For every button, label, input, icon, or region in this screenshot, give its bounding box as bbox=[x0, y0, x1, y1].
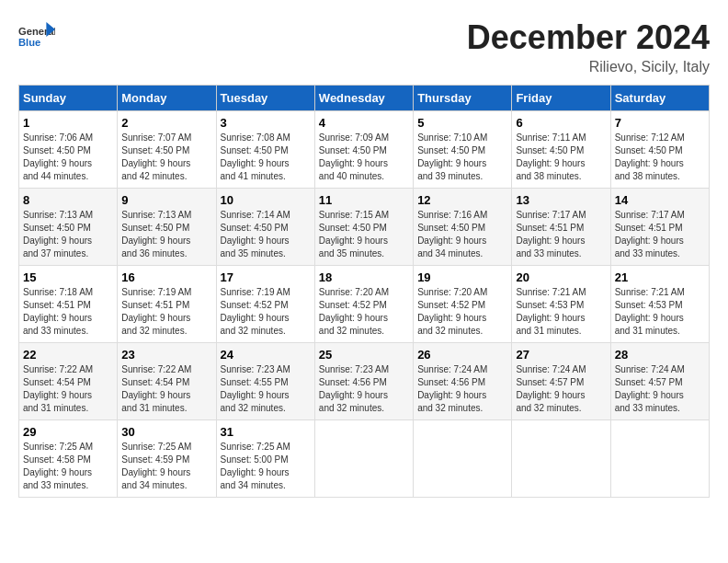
day-info: Sunrise: 7:19 AMSunset: 4:51 PMDaylight:… bbox=[121, 287, 191, 336]
day-info: Sunrise: 7:21 AMSunset: 4:53 PMDaylight:… bbox=[516, 287, 586, 336]
day-info: Sunrise: 7:08 AMSunset: 4:50 PMDaylight:… bbox=[221, 132, 290, 181]
calendar-day-cell: 21 Sunrise: 7:21 AMSunset: 4:53 PMDaylig… bbox=[610, 266, 709, 343]
calendar-day-cell: 10 Sunrise: 7:14 AMSunset: 4:50 PMDaylig… bbox=[216, 189, 314, 266]
calendar-day-cell: 12 Sunrise: 7:16 AMSunset: 4:50 PMDaylig… bbox=[414, 189, 512, 266]
calendar-day-cell: 1 Sunrise: 7:06 AMSunset: 4:50 PMDayligh… bbox=[19, 111, 118, 189]
day-number: 12 bbox=[417, 193, 507, 207]
day-info: Sunrise: 7:07 AMSunset: 4:50 PMDaylight:… bbox=[121, 132, 191, 181]
calendar-day-cell: 27 Sunrise: 7:24 AMSunset: 4:57 PMDaylig… bbox=[512, 343, 610, 420]
day-number: 28 bbox=[615, 348, 705, 362]
day-number: 21 bbox=[615, 270, 705, 284]
day-number: 27 bbox=[516, 348, 606, 362]
day-number: 11 bbox=[319, 193, 409, 207]
page-header: General Blue December 2024 Rilievo, Sici… bbox=[18, 18, 710, 75]
day-info: Sunrise: 7:10 AMSunset: 4:50 PMDaylight:… bbox=[417, 132, 487, 181]
calendar-day-cell: 18 Sunrise: 7:20 AMSunset: 4:52 PMDaylig… bbox=[314, 266, 413, 343]
day-info: Sunrise: 7:25 AMSunset: 5:00 PMDaylight:… bbox=[221, 442, 290, 490]
day-number: 31 bbox=[221, 425, 311, 439]
calendar-day-cell: 11 Sunrise: 7:15 AMSunset: 4:50 PMDaylig… bbox=[314, 189, 413, 266]
day-info: Sunrise: 7:20 AMSunset: 4:52 PMDaylight:… bbox=[319, 287, 389, 336]
calendar-day-cell: 26 Sunrise: 7:24 AMSunset: 4:56 PMDaylig… bbox=[414, 343, 512, 420]
day-info: Sunrise: 7:24 AMSunset: 4:57 PMDaylight:… bbox=[516, 364, 586, 413]
day-number: 18 bbox=[319, 270, 409, 284]
svg-text:Blue: Blue bbox=[18, 37, 40, 48]
calendar-day-cell: 23 Sunrise: 7:22 AMSunset: 4:54 PMDaylig… bbox=[118, 343, 216, 420]
calendar-day-cell: 28 Sunrise: 7:24 AMSunset: 4:57 PMDaylig… bbox=[610, 343, 709, 420]
calendar-day-cell: 17 Sunrise: 7:19 AMSunset: 4:52 PMDaylig… bbox=[216, 266, 314, 343]
calendar-day-cell: 16 Sunrise: 7:19 AMSunset: 4:51 PMDaylig… bbox=[118, 266, 216, 343]
day-info: Sunrise: 7:14 AMSunset: 4:50 PMDaylight:… bbox=[221, 210, 290, 259]
calendar-day-cell bbox=[610, 420, 709, 498]
calendar-week-row: 1 Sunrise: 7:06 AMSunset: 4:50 PMDayligh… bbox=[19, 111, 710, 189]
day-number: 20 bbox=[516, 270, 606, 284]
day-number: 13 bbox=[516, 193, 606, 207]
calendar-day-cell: 5 Sunrise: 7:10 AMSunset: 4:50 PMDayligh… bbox=[414, 111, 512, 189]
day-info: Sunrise: 7:09 AMSunset: 4:50 PMDaylight:… bbox=[319, 132, 389, 181]
day-number: 30 bbox=[121, 425, 211, 439]
calendar-day-cell: 6 Sunrise: 7:11 AMSunset: 4:50 PMDayligh… bbox=[512, 111, 610, 189]
calendar-day-cell: 30 Sunrise: 7:25 AMSunset: 4:59 PMDaylig… bbox=[118, 420, 216, 498]
day-header-row: Sunday Monday Tuesday Wednesday Thursday… bbox=[19, 86, 710, 111]
calendar-day-cell: 2 Sunrise: 7:07 AMSunset: 4:50 PMDayligh… bbox=[118, 111, 216, 189]
calendar-day-cell: 4 Sunrise: 7:09 AMSunset: 4:50 PMDayligh… bbox=[314, 111, 413, 189]
header-sunday: Sunday bbox=[19, 86, 118, 111]
day-info: Sunrise: 7:11 AMSunset: 4:50 PMDaylight:… bbox=[516, 132, 586, 181]
calendar-day-cell: 29 Sunrise: 7:25 AMSunset: 4:58 PMDaylig… bbox=[19, 420, 118, 498]
calendar-day-cell: 7 Sunrise: 7:12 AMSunset: 4:50 PMDayligh… bbox=[610, 111, 709, 189]
calendar-day-cell: 9 Sunrise: 7:13 AMSunset: 4:50 PMDayligh… bbox=[118, 189, 216, 266]
header-monday: Monday bbox=[118, 86, 216, 111]
day-info: Sunrise: 7:12 AMSunset: 4:50 PMDaylight:… bbox=[615, 132, 685, 181]
calendar-day-cell: 19 Sunrise: 7:20 AMSunset: 4:52 PMDaylig… bbox=[414, 266, 512, 343]
day-info: Sunrise: 7:06 AMSunset: 4:50 PMDaylight:… bbox=[23, 132, 93, 181]
header-friday: Friday bbox=[512, 86, 610, 111]
day-info: Sunrise: 7:17 AMSunset: 4:51 PMDaylight:… bbox=[615, 210, 685, 259]
logo: General Blue bbox=[18, 18, 59, 55]
day-info: Sunrise: 7:15 AMSunset: 4:50 PMDaylight:… bbox=[319, 210, 389, 259]
calendar-day-cell: 13 Sunrise: 7:17 AMSunset: 4:51 PMDaylig… bbox=[512, 189, 610, 266]
calendar-day-cell: 24 Sunrise: 7:23 AMSunset: 4:55 PMDaylig… bbox=[216, 343, 314, 420]
day-number: 17 bbox=[221, 270, 311, 284]
day-info: Sunrise: 7:25 AMSunset: 4:58 PMDaylight:… bbox=[23, 442, 93, 490]
day-info: Sunrise: 7:23 AMSunset: 4:56 PMDaylight:… bbox=[319, 364, 389, 413]
day-info: Sunrise: 7:23 AMSunset: 4:55 PMDaylight:… bbox=[221, 364, 290, 413]
day-number: 24 bbox=[221, 348, 311, 362]
day-number: 22 bbox=[23, 348, 113, 362]
day-info: Sunrise: 7:13 AMSunset: 4:50 PMDaylight:… bbox=[23, 210, 93, 259]
calendar-day-cell: 25 Sunrise: 7:23 AMSunset: 4:56 PMDaylig… bbox=[314, 343, 413, 420]
day-info: Sunrise: 7:24 AMSunset: 4:57 PMDaylight:… bbox=[615, 364, 685, 413]
day-number: 25 bbox=[319, 348, 409, 362]
calendar-week-row: 15 Sunrise: 7:18 AMSunset: 4:51 PMDaylig… bbox=[19, 266, 710, 343]
header-thursday: Thursday bbox=[414, 86, 512, 111]
calendar-day-cell: 3 Sunrise: 7:08 AMSunset: 4:50 PMDayligh… bbox=[216, 111, 314, 189]
day-number: 3 bbox=[221, 116, 311, 130]
calendar-week-row: 8 Sunrise: 7:13 AMSunset: 4:50 PMDayligh… bbox=[19, 189, 710, 266]
day-number: 15 bbox=[23, 270, 113, 284]
day-number: 14 bbox=[615, 193, 705, 207]
title-block: December 2024 Rilievo, Sicily, Italy bbox=[467, 18, 710, 75]
calendar-day-cell: 31 Sunrise: 7:25 AMSunset: 5:00 PMDaylig… bbox=[216, 420, 314, 498]
day-number: 2 bbox=[121, 116, 211, 130]
day-info: Sunrise: 7:21 AMSunset: 4:53 PMDaylight:… bbox=[615, 287, 685, 336]
calendar-day-cell bbox=[512, 420, 610, 498]
day-number: 19 bbox=[417, 270, 507, 284]
header-tuesday: Tuesday bbox=[216, 86, 314, 111]
day-info: Sunrise: 7:13 AMSunset: 4:50 PMDaylight:… bbox=[121, 210, 191, 259]
header-wednesday: Wednesday bbox=[314, 86, 413, 111]
day-info: Sunrise: 7:20 AMSunset: 4:52 PMDaylight:… bbox=[417, 287, 487, 336]
day-number: 7 bbox=[615, 116, 705, 130]
calendar-day-cell bbox=[314, 420, 413, 498]
day-info: Sunrise: 7:24 AMSunset: 4:56 PMDaylight:… bbox=[417, 364, 487, 413]
calendar-day-cell: 22 Sunrise: 7:22 AMSunset: 4:54 PMDaylig… bbox=[19, 343, 118, 420]
day-number: 5 bbox=[417, 116, 507, 130]
calendar-day-cell: 14 Sunrise: 7:17 AMSunset: 4:51 PMDaylig… bbox=[610, 189, 709, 266]
calendar-table: Sunday Monday Tuesday Wednesday Thursday… bbox=[18, 85, 710, 498]
day-info: Sunrise: 7:16 AMSunset: 4:50 PMDaylight:… bbox=[417, 210, 487, 259]
calendar-day-cell: 8 Sunrise: 7:13 AMSunset: 4:50 PMDayligh… bbox=[19, 189, 118, 266]
day-info: Sunrise: 7:17 AMSunset: 4:51 PMDaylight:… bbox=[516, 210, 586, 259]
calendar-day-cell: 20 Sunrise: 7:21 AMSunset: 4:53 PMDaylig… bbox=[512, 266, 610, 343]
calendar-week-row: 29 Sunrise: 7:25 AMSunset: 4:58 PMDaylig… bbox=[19, 420, 710, 498]
day-number: 9 bbox=[121, 193, 211, 207]
day-info: Sunrise: 7:25 AMSunset: 4:59 PMDaylight:… bbox=[121, 442, 191, 490]
calendar-day-cell bbox=[414, 420, 512, 498]
day-number: 29 bbox=[23, 425, 113, 439]
